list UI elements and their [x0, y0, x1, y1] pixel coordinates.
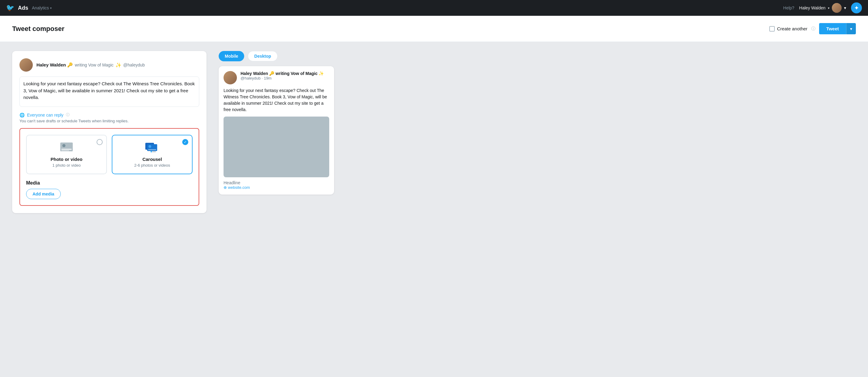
user-menu[interactable]: Haley Walden ▾ ▾ [799, 3, 846, 13]
svg-rect-7 [148, 149, 156, 150]
preview-user-info: Haley Walden 🔑 writing Vow of Magic ✨ @h… [241, 71, 324, 84]
tweet-button-group: Tweet ▾ [819, 23, 856, 34]
top-nav: 🐦 Ads Analytics ▾ Help? Haley Walden ▾ ▾… [0, 0, 868, 16]
preview-display-name: Haley Walden 🔑 writing Vow of Magic ✨ [241, 71, 324, 76]
add-media-button[interactable]: Add media [26, 189, 61, 199]
create-another-checkbox[interactable] [769, 26, 775, 32]
create-another-area: Create another ⓘ [769, 26, 815, 32]
composer-display-name: Haley Walden 🔑 [36, 62, 73, 68]
analytics-chevron-icon: ▾ [50, 6, 52, 10]
preview-media-image [223, 117, 329, 177]
tweet-preview-card: Haley Walden 🔑 writing Vow of Magic ✨ @h… [219, 66, 334, 195]
reply-info-icon: ⓘ [66, 112, 69, 118]
preview-avatar [223, 71, 237, 84]
tweet-button-arrow[interactable]: ▾ [846, 23, 856, 34]
composer-user-name-area: Haley Walden 🔑 writing Vow of Magic ✨ @h… [36, 62, 145, 68]
analytics-dropdown[interactable]: Analytics ▾ [32, 5, 52, 10]
page-title: Tweet composer [12, 25, 64, 33]
globe-icon: 🌐 [20, 113, 25, 118]
composer-avatar [20, 58, 33, 72]
sparkle-icon: ✨ [116, 62, 122, 68]
left-panel: Haley Walden 🔑 writing Vow of Magic ✨ @h… [12, 51, 207, 213]
tweet-textarea[interactable]: Looking for your next fantasy escape? Ch… [20, 76, 199, 107]
page-header: Tweet composer Create another ⓘ Tweet ▾ [0, 16, 868, 42]
user-name-label: Haley Walden [799, 5, 826, 10]
preview-user-row: Haley Walden 🔑 writing Vow of Magic ✨ @h… [223, 71, 329, 84]
user-chevron-icon: ▾ [828, 6, 830, 10]
photo-video-option[interactable]: Photo or video 1 photo or video [26, 135, 107, 174]
tweet-button[interactable]: Tweet [819, 23, 846, 34]
header-actions: Create another ⓘ Tweet ▾ [769, 23, 856, 34]
user-expand-icon: ▾ [844, 5, 846, 10]
carousel-option[interactable]: ✓ [112, 135, 192, 174]
preview-tweet-text: Looking for your next fantasy escape? Ch… [223, 87, 329, 113]
ads-label: Ads [18, 5, 28, 11]
media-options: Photo or video 1 photo or video ✓ [26, 135, 192, 174]
svg-rect-0 [60, 143, 72, 151]
carousel-radio[interactable]: ✓ [182, 139, 188, 145]
svg-point-9 [152, 151, 154, 153]
nav-right: Help? Haley Walden ▾ ▾ ✦ [783, 2, 862, 13]
preview-website-label: ⊕ website.com [223, 185, 329, 190]
media-section-label: Media [26, 180, 192, 186]
photo-video-radio[interactable] [97, 139, 103, 145]
svg-point-1 [62, 144, 65, 147]
help-link[interactable]: Help? [783, 5, 795, 10]
svg-point-6 [149, 145, 151, 148]
photo-video-sublabel: 1 photo or video [32, 163, 101, 167]
carousel-icon-wrap [117, 142, 187, 154]
mobile-tab[interactable]: Mobile [219, 51, 244, 61]
carousel-label: Carousel [117, 157, 187, 162]
photo-video-label: Photo or video [32, 157, 101, 162]
composer-user-handle: @haleydub [123, 63, 145, 67]
preview-handle: @haleydub · 19m [241, 76, 324, 81]
carousel-svg [145, 142, 159, 152]
twitter-logo-icon: 🐦 [6, 4, 14, 12]
composer-user-writing: writing Vow of Magic [75, 63, 114, 67]
create-another-info-icon: ⓘ [811, 26, 815, 32]
analytics-label: Analytics [32, 5, 49, 10]
svg-point-10 [154, 151, 156, 153]
compose-button[interactable]: ✦ [851, 2, 862, 13]
main-content: Haley Walden 🔑 writing Vow of Magic ✨ @h… [0, 42, 868, 222]
preview-tabs: Mobile Desktop [219, 51, 334, 61]
reply-setting: 🌐 Everyone can reply ⓘ [20, 112, 199, 118]
svg-rect-2 [61, 149, 72, 150]
create-another-label: Create another [777, 26, 808, 31]
right-panel: Mobile Desktop Haley Walden 🔑 writing Vo… [219, 51, 334, 213]
reply-setting-label[interactable]: Everyone can reply [27, 113, 63, 118]
media-selection-box: Photo or video 1 photo or video ✓ [20, 128, 199, 206]
draft-warning: You can't save drafts or schedule Tweets… [20, 119, 199, 123]
nav-left: 🐦 Ads Analytics ▾ [6, 4, 52, 12]
composer-user-header: Haley Walden 🔑 writing Vow of Magic ✨ @h… [20, 58, 199, 72]
composer-card: Haley Walden 🔑 writing Vow of Magic ✨ @h… [12, 51, 207, 213]
desktop-tab[interactable]: Desktop [248, 51, 277, 61]
carousel-sublabel: 2-6 photos or videos [117, 163, 187, 167]
photo-video-icon-wrap [32, 142, 101, 154]
photo-video-svg [59, 142, 74, 152]
user-avatar [832, 3, 842, 13]
svg-point-8 [151, 151, 152, 153]
preview-headline-label: Headline [223, 180, 329, 185]
svg-rect-3 [61, 150, 69, 151]
